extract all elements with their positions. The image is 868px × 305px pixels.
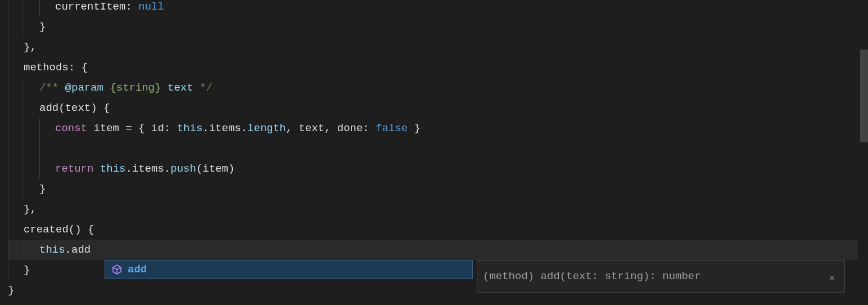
code-token: false — [376, 122, 408, 134]
code-token: } — [24, 264, 30, 276]
code-line[interactable]: add(text) { — [8, 98, 868, 118]
indent-guide — [8, 240, 8, 260]
code-line-content: this.add — [8, 244, 91, 256]
indent-guide — [39, 138, 40, 159]
code-token: item — [87, 122, 125, 134]
code-line[interactable]: return this.items.push(item) — [8, 159, 868, 179]
code-line-content: }, — [8, 203, 37, 216]
autocomplete-item-label: add — [128, 259, 147, 280]
signature-hint-text: (method) add(text: string): number — [483, 266, 826, 286]
code-token: return — [55, 163, 93, 175]
code-line[interactable]: }, — [8, 37, 868, 57]
indent-guide — [24, 159, 24, 179]
code-line[interactable]: } — [8, 179, 868, 199]
indent-guide — [24, 78, 24, 98]
code-line[interactable]: }, — [8, 199, 868, 219]
autocomplete-popup[interactable]: add — [105, 260, 473, 279]
code-token: this — [177, 122, 203, 134]
code-token: } — [8, 284, 14, 297]
code-line[interactable]: /** @param {string} text */ — [8, 78, 868, 98]
code-line[interactable]: currentItem: null — [8, 0, 868, 17]
code-line-content: currentItem: null — [8, 1, 164, 13]
code-line-content: } — [8, 284, 14, 297]
indent-guide — [8, 179, 8, 199]
code-token: this — [100, 163, 126, 175]
code-token — [93, 163, 100, 175]
code-token: (item) — [196, 163, 234, 175]
code-token: ) { — [91, 102, 110, 114]
indent-guide — [24, 0, 24, 17]
code-line[interactable]: const item = { id: this.items.length, te… — [8, 118, 868, 138]
code-token: }, — [24, 41, 37, 53]
code-token: methods — [24, 61, 69, 74]
indent-guide — [24, 17, 24, 37]
indent-guide — [39, 118, 40, 138]
code-token: = — [125, 122, 132, 134]
code-token: } — [39, 183, 46, 195]
indent-guide — [24, 240, 24, 260]
indent-guide — [8, 57, 8, 78]
code-line[interactable]: } — [8, 17, 868, 37]
code-line-content: } — [8, 264, 30, 276]
code-token: created — [24, 223, 69, 236]
code-token: null — [138, 1, 164, 13]
code-token: push — [170, 163, 196, 175]
indent-guide — [8, 118, 8, 138]
indent-guide — [24, 138, 24, 159]
code-token: add — [39, 102, 58, 114]
code-line-content: created() { — [8, 223, 94, 236]
code-line-content: const item = { id: this.items.length, te… — [8, 122, 421, 134]
scrollbar-track[interactable] — [860, 0, 868, 305]
indent-guide — [24, 118, 24, 138]
scrollbar-thumb[interactable] — [860, 50, 868, 142]
code-line-content: } — [8, 21, 46, 33]
indent-guide — [8, 37, 8, 57]
method-cube-icon — [112, 264, 122, 275]
code-token: text — [65, 102, 91, 114]
indent-guide — [8, 219, 8, 240]
code-line-content: /** @param {string} text */ — [8, 82, 213, 94]
code-token: .items. — [202, 122, 247, 134]
code-token: ( — [58, 102, 65, 114]
indent-guide — [24, 98, 24, 118]
code-token — [103, 82, 110, 94]
code-token: this — [39, 244, 65, 256]
code-token: /** — [39, 82, 65, 94]
indent-guide — [8, 260, 8, 280]
code-token: .items. — [125, 163, 170, 175]
code-token: }, — [24, 203, 37, 216]
code-token: length — [247, 122, 286, 134]
indent-guide — [8, 17, 8, 37]
code-line-content: return this.items.push(item) — [8, 163, 234, 175]
code-token: const — [55, 122, 87, 134]
code-line[interactable]: methods: { — [8, 57, 868, 78]
code-token: {string} — [110, 82, 161, 94]
code-token: { id: — [132, 122, 177, 134]
code-token: } — [408, 122, 421, 134]
code-token — [161, 82, 168, 94]
code-line[interactable] — [8, 138, 868, 159]
code-token: } — [39, 21, 46, 33]
code-token: add — [71, 244, 91, 256]
code-token: . — [65, 244, 71, 256]
code-line-content — [8, 142, 55, 155]
code-line[interactable]: created() { — [8, 219, 868, 240]
indent-guide — [8, 159, 8, 179]
signature-hint-popup: (method) add(text: string): number × — [477, 260, 845, 293]
indent-guide — [39, 0, 40, 17]
code-token: : { — [69, 61, 88, 74]
code-token: */ — [193, 82, 213, 94]
indent-guide — [24, 179, 24, 199]
close-icon[interactable]: × — [826, 268, 839, 289]
code-line-content: methods: { — [8, 61, 88, 74]
editor-gutter — [0, 0, 8, 305]
indent-guide — [8, 199, 8, 219]
code-token: @param — [65, 82, 103, 94]
code-token: : — [125, 1, 138, 13]
code-editor[interactable]: currentItem: null}},methods: {/** @param… — [8, 0, 868, 300]
indent-guide — [8, 78, 8, 98]
code-line[interactable]: this.add — [8, 240, 868, 260]
indent-guide — [39, 159, 40, 179]
code-token: () { — [69, 223, 94, 236]
indent-guide — [8, 98, 8, 118]
